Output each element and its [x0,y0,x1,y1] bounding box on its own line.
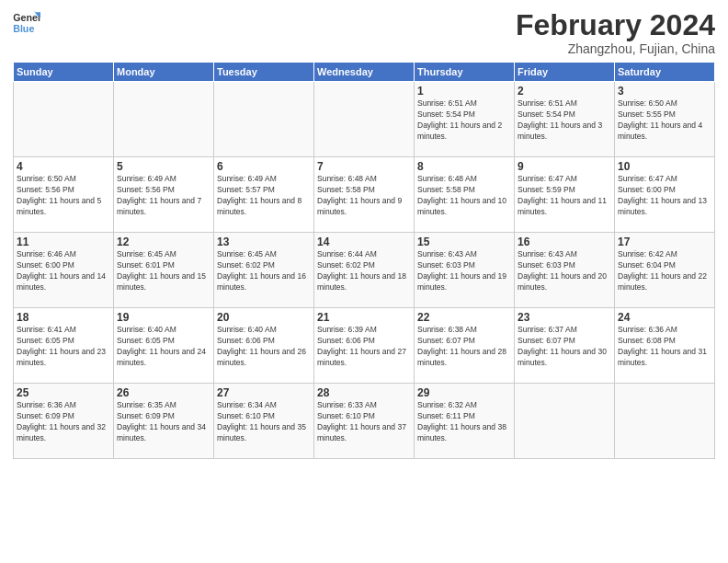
col-saturday: Saturday [615,63,715,82]
col-sunday: Sunday [14,63,114,82]
day-number: 3 [618,85,711,98]
calendar-cell: 14Sunrise: 6:44 AMSunset: 6:02 PMDayligh… [314,233,415,308]
day-info: Sunrise: 6:50 AMSunset: 5:56 PMDaylight:… [17,174,110,218]
calendar-week-row: 11Sunrise: 6:46 AMSunset: 6:00 PMDayligh… [14,233,715,308]
calendar-cell: 6Sunrise: 6:49 AMSunset: 5:57 PMDaylight… [214,157,314,233]
calendar-cell: 9Sunrise: 6:47 AMSunset: 5:59 PMDaylight… [515,157,615,233]
day-info: Sunrise: 6:48 AMSunset: 5:58 PMDaylight:… [317,174,411,218]
day-info: Sunrise: 6:43 AMSunset: 6:03 PMDaylight:… [417,249,511,293]
day-number: 5 [117,160,210,173]
day-number: 10 [618,160,711,173]
calendar-cell: 8Sunrise: 6:48 AMSunset: 5:58 PMDaylight… [415,157,515,233]
calendar-cell: 19Sunrise: 6:40 AMSunset: 6:05 PMDayligh… [114,308,214,384]
calendar-cell [214,82,314,157]
title-block: February 2024 Zhangzhou, Fujian, China [516,9,715,56]
calendar-cell: 1Sunrise: 6:51 AMSunset: 5:54 PMDaylight… [415,82,515,157]
day-number: 4 [17,160,110,173]
day-info: Sunrise: 6:43 AMSunset: 6:03 PMDaylight:… [518,249,611,293]
day-info: Sunrise: 6:39 AMSunset: 6:06 PMDaylight:… [317,325,411,369]
day-number: 2 [518,85,611,98]
calendar-cell: 7Sunrise: 6:48 AMSunset: 5:58 PMDaylight… [314,157,415,233]
calendar-week-row: 18Sunrise: 6:41 AMSunset: 6:05 PMDayligh… [14,308,715,384]
calendar-cell: 10Sunrise: 6:47 AMSunset: 6:00 PMDayligh… [615,157,715,233]
day-number: 20 [217,311,311,324]
day-number: 25 [17,386,110,399]
page-title: February 2024 [516,9,715,41]
day-number: 27 [217,386,311,399]
day-info: Sunrise: 6:45 AMSunset: 6:01 PMDaylight:… [117,249,210,293]
day-number: 29 [417,386,511,399]
logo: General Blue [13,9,44,35]
day-info: Sunrise: 6:50 AMSunset: 5:55 PMDaylight:… [618,98,711,143]
calendar-cell: 26Sunrise: 6:35 AMSunset: 6:09 PMDayligh… [114,384,214,459]
calendar-cell: 20Sunrise: 6:40 AMSunset: 6:06 PMDayligh… [214,308,314,384]
day-info: Sunrise: 6:38 AMSunset: 6:07 PMDaylight:… [417,325,511,369]
col-thursday: Thursday [415,63,515,82]
day-info: Sunrise: 6:51 AMSunset: 5:54 PMDaylight:… [518,98,611,143]
day-info: Sunrise: 6:48 AMSunset: 5:58 PMDaylight:… [417,174,511,218]
day-info: Sunrise: 6:47 AMSunset: 5:59 PMDaylight:… [518,174,611,218]
calendar-cell: 4Sunrise: 6:50 AMSunset: 5:56 PMDaylight… [14,157,114,233]
day-number: 14 [317,236,411,248]
day-number: 23 [518,311,611,324]
page-subtitle: Zhangzhou, Fujian, China [516,41,715,56]
svg-text:Blue: Blue [13,23,34,34]
day-number: 16 [518,236,611,248]
calendar-week-row: 25Sunrise: 6:36 AMSunset: 6:09 PMDayligh… [14,384,715,459]
day-number: 18 [17,311,110,324]
calendar-cell: 22Sunrise: 6:38 AMSunset: 6:07 PMDayligh… [415,308,515,384]
calendar-cell: 2Sunrise: 6:51 AMSunset: 5:54 PMDaylight… [515,82,615,157]
calendar-week-row: 4Sunrise: 6:50 AMSunset: 5:56 PMDaylight… [14,157,715,233]
calendar-table: Sunday Monday Tuesday Wednesday Thursday… [13,62,715,459]
day-info: Sunrise: 6:40 AMSunset: 6:05 PMDaylight:… [117,325,210,369]
day-number: 21 [317,311,411,324]
col-wednesday: Wednesday [314,63,415,82]
col-monday: Monday [114,63,214,82]
day-info: Sunrise: 6:47 AMSunset: 6:00 PMDaylight:… [618,174,711,218]
calendar-cell: 21Sunrise: 6:39 AMSunset: 6:06 PMDayligh… [314,308,415,384]
calendar-cell: 16Sunrise: 6:43 AMSunset: 6:03 PMDayligh… [515,233,615,308]
day-info: Sunrise: 6:35 AMSunset: 6:09 PMDaylight:… [117,400,210,444]
day-info: Sunrise: 6:36 AMSunset: 6:08 PMDaylight:… [618,325,711,369]
day-number: 17 [618,236,711,248]
day-info: Sunrise: 6:36 AMSunset: 6:09 PMDaylight:… [17,400,110,444]
calendar-cell: 15Sunrise: 6:43 AMSunset: 6:03 PMDayligh… [415,233,515,308]
calendar-cell [615,384,715,459]
calendar-cell: 24Sunrise: 6:36 AMSunset: 6:08 PMDayligh… [615,308,715,384]
day-info: Sunrise: 6:34 AMSunset: 6:10 PMDaylight:… [217,400,311,444]
day-number: 22 [417,311,511,324]
day-number: 26 [117,386,210,399]
day-info: Sunrise: 6:45 AMSunset: 6:02 PMDaylight:… [217,249,311,293]
calendar-cell: 23Sunrise: 6:37 AMSunset: 6:07 PMDayligh… [515,308,615,384]
day-info: Sunrise: 6:32 AMSunset: 6:11 PMDaylight:… [417,400,511,444]
day-number: 8 [417,160,511,173]
day-number: 6 [217,160,311,173]
day-number: 19 [117,311,210,324]
calendar-cell [114,82,214,157]
col-friday: Friday [515,63,615,82]
day-info: Sunrise: 6:51 AMSunset: 5:54 PMDaylight:… [417,98,511,143]
day-info: Sunrise: 6:49 AMSunset: 5:57 PMDaylight:… [217,174,311,218]
calendar-cell: 12Sunrise: 6:45 AMSunset: 6:01 PMDayligh… [114,233,214,308]
calendar-cell [14,82,114,157]
day-number: 13 [217,236,311,248]
calendar-cell: 13Sunrise: 6:45 AMSunset: 6:02 PMDayligh… [214,233,314,308]
day-number: 1 [417,85,511,98]
calendar-header-row: Sunday Monday Tuesday Wednesday Thursday… [14,63,715,82]
day-number: 9 [518,160,611,173]
calendar-cell [515,384,615,459]
calendar-cell: 3Sunrise: 6:50 AMSunset: 5:55 PMDaylight… [615,82,715,157]
day-info: Sunrise: 6:46 AMSunset: 6:00 PMDaylight:… [17,249,110,293]
day-number: 12 [117,236,210,248]
calendar-cell: 25Sunrise: 6:36 AMSunset: 6:09 PMDayligh… [14,384,114,459]
day-number: 15 [417,236,511,248]
page-header: General Blue February 2024 Zhangzhou, Fu… [13,9,715,56]
calendar-cell: 28Sunrise: 6:33 AMSunset: 6:10 PMDayligh… [314,384,415,459]
day-info: Sunrise: 6:41 AMSunset: 6:05 PMDaylight:… [17,325,110,369]
day-number: 24 [618,311,711,324]
day-number: 28 [317,386,411,399]
day-number: 11 [17,236,110,248]
day-number: 7 [317,160,411,173]
calendar-cell [314,82,415,157]
calendar-cell: 11Sunrise: 6:46 AMSunset: 6:00 PMDayligh… [14,233,114,308]
